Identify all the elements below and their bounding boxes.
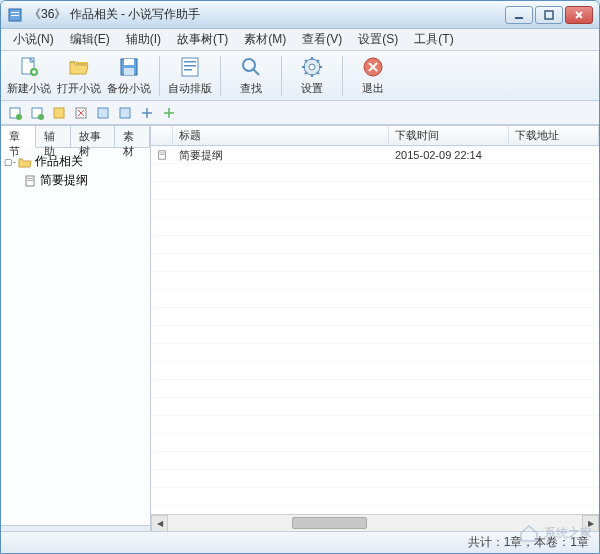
sidebar-tab-assist[interactable]: 辅助: [36, 126, 71, 147]
exit-button[interactable]: 退出: [349, 53, 397, 99]
svg-rect-22: [54, 108, 64, 118]
toolbar-label: 设置: [301, 81, 323, 96]
tree-child-label: 简要提纲: [40, 172, 88, 189]
app-window: 《36》 作品相关 - 小说写作助手 小说(N) 编辑(E) 辅助(I) 故事树…: [0, 0, 600, 554]
row-title: 简要提纲: [173, 148, 389, 163]
tree-root-label: 作品相关: [35, 153, 83, 170]
menu-material[interactable]: 素材(M): [236, 29, 294, 50]
svg-rect-2: [11, 15, 19, 16]
small-btn-7[interactable]: [137, 103, 157, 123]
toolbar-separator: [342, 56, 343, 96]
scroll-track[interactable]: [168, 515, 582, 531]
find-button[interactable]: 查找: [227, 53, 275, 99]
menu-settings[interactable]: 设置(S): [350, 29, 406, 50]
toolbar-label: 自动排版: [168, 81, 212, 96]
list-header: 标题 下载时间 下载地址: [151, 126, 599, 146]
toolbar-separator: [281, 56, 282, 96]
settings-button[interactable]: 设置: [288, 53, 336, 99]
minimize-button[interactable]: [505, 6, 533, 24]
window-buttons: [503, 6, 593, 24]
menubar: 小说(N) 编辑(E) 辅助(I) 故事树(T) 素材(M) 查看(V) 设置(…: [1, 29, 599, 51]
small-btn-6[interactable]: [115, 103, 135, 123]
small-btn-5[interactable]: [93, 103, 113, 123]
tree-view[interactable]: ▢- 作品相关 简要提纲: [1, 148, 150, 525]
svg-point-16: [309, 64, 315, 70]
tree-root[interactable]: ▢- 作品相关: [3, 152, 148, 171]
small-btn-4[interactable]: [71, 103, 91, 123]
sidebar-tab-material[interactable]: 素材: [115, 126, 150, 147]
svg-rect-24: [98, 108, 108, 118]
col-url[interactable]: 下载地址: [509, 126, 599, 145]
menu-tools[interactable]: 工具(T): [406, 29, 461, 50]
document-icon: [23, 174, 37, 188]
tree-child[interactable]: 简要提纲: [3, 171, 148, 190]
backup-novel-button[interactable]: 备份小说: [105, 53, 153, 99]
toolbar-separator: [220, 56, 221, 96]
svg-point-14: [243, 59, 255, 71]
small-btn-8[interactable]: [159, 103, 179, 123]
menu-storytree[interactable]: 故事树(T): [169, 29, 236, 50]
row-icon: [151, 149, 173, 161]
maximize-button[interactable]: [535, 6, 563, 24]
menu-assist[interactable]: 辅助(I): [118, 29, 169, 50]
svg-rect-3: [515, 17, 523, 19]
svg-point-19: [16, 114, 22, 120]
folder-open-icon: [18, 155, 32, 169]
toolbar-label: 备份小说: [107, 81, 151, 96]
small-btn-2[interactable]: [27, 103, 47, 123]
toolbar-separator: [159, 56, 160, 96]
typeset-icon: [178, 55, 202, 79]
col-icon[interactable]: [151, 126, 173, 145]
svg-rect-1: [11, 12, 19, 13]
svg-rect-9: [124, 68, 134, 75]
small-btn-3[interactable]: [49, 103, 69, 123]
menu-view[interactable]: 查看(V): [294, 29, 350, 50]
svg-rect-4: [545, 11, 553, 19]
horizontal-scrollbar[interactable]: ◀ ▶: [151, 514, 599, 531]
tree-collapse-icon[interactable]: ▢-: [5, 157, 15, 167]
scroll-thumb[interactable]: [292, 517, 367, 529]
small-btn-1[interactable]: [5, 103, 25, 123]
statusbar: 共计：1章，本卷：1章: [1, 531, 599, 553]
exit-icon: [361, 55, 385, 79]
toolbar-label: 退出: [362, 81, 384, 96]
main-area: 章节 辅助 故事树 素材 ▢- 作品相关 简要提纲: [1, 125, 599, 531]
col-title[interactable]: 标题: [173, 126, 389, 145]
status-text: 共计：1章，本卷：1章: [468, 534, 589, 551]
list-body[interactable]: 简要提纲 2015-02-09 22:14: [151, 146, 599, 514]
svg-rect-27: [27, 178, 33, 179]
window-title: 《36》 作品相关 - 小说写作助手: [29, 6, 503, 23]
svg-rect-10: [182, 58, 198, 76]
close-button[interactable]: [565, 6, 593, 24]
save-icon: [117, 55, 141, 79]
open-folder-icon: [67, 55, 91, 79]
search-icon: [239, 55, 263, 79]
sidebar-tabs: 章节 辅助 故事树 素材: [1, 126, 150, 148]
new-novel-button[interactable]: 新建小说: [5, 53, 53, 99]
app-icon: [7, 7, 23, 23]
toolbar: 新建小说 打开小说 备份小说 自动排版 查找 设置 退出: [1, 51, 599, 101]
toolbar-label: 新建小说: [7, 81, 51, 96]
sidebar-tab-chapters[interactable]: 章节: [1, 126, 36, 148]
menu-novel[interactable]: 小说(N): [5, 29, 62, 50]
svg-rect-13: [184, 69, 192, 71]
sidebar-tab-storytree[interactable]: 故事树: [71, 126, 115, 147]
svg-rect-11: [184, 61, 196, 63]
auto-typeset-button[interactable]: 自动排版: [166, 53, 214, 99]
new-file-icon: [17, 55, 41, 79]
scroll-right-arrow[interactable]: ▶: [582, 515, 599, 531]
list-row[interactable]: 简要提纲 2015-02-09 22:14: [151, 146, 599, 164]
titlebar[interactable]: 《36》 作品相关 - 小说写作助手: [1, 1, 599, 29]
content-pane: 标题 下载时间 下载地址 简要提纲 2015-02-09 22:14 ◀ ▶: [151, 126, 599, 531]
toolbar-label: 打开小说: [57, 81, 101, 96]
scroll-left-arrow[interactable]: ◀: [151, 515, 168, 531]
svg-rect-8: [124, 59, 134, 65]
open-novel-button[interactable]: 打开小说: [55, 53, 103, 99]
svg-rect-25: [120, 108, 130, 118]
gear-icon: [300, 55, 324, 79]
svg-rect-12: [184, 65, 196, 67]
col-time[interactable]: 下载时间: [389, 126, 509, 145]
menu-edit[interactable]: 编辑(E): [62, 29, 118, 50]
toolbar-label: 查找: [240, 81, 262, 96]
svg-rect-28: [27, 180, 33, 181]
